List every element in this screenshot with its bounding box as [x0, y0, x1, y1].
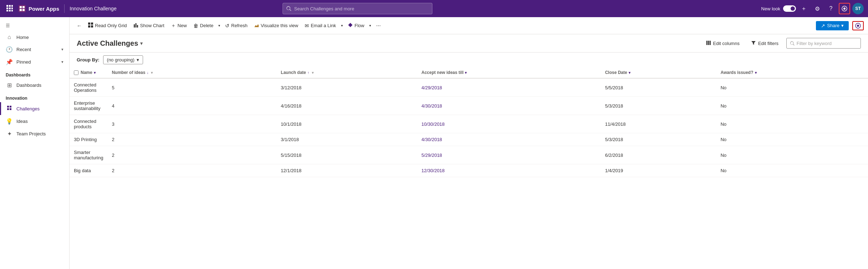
col-header-checkbox[interactable]: Name ▾ — [70, 67, 107, 78]
cell-accept-0: 4/29/2018 — [417, 78, 601, 97]
sidebar-label-challenges: Challenges — [16, 106, 40, 111]
col-header-close[interactable]: Close Date ▾ — [601, 67, 716, 78]
col-header-launch[interactable]: Launch date ↑ ▾ — [276, 67, 417, 78]
copilot-icon-btn[interactable] — [839, 3, 850, 14]
cell-close-3: 5/3/2018 — [601, 133, 716, 146]
refresh-button[interactable]: ↺ Refresh — [222, 21, 250, 30]
cell-launch-3: 3/1/2018 — [276, 133, 417, 146]
sidebar-item-pinned[interactable]: 📌 Pinned ▾ — [0, 56, 69, 68]
more-options-button[interactable]: ··· — [373, 21, 384, 31]
sidebar-item-ideas[interactable]: 💡 Ideas — [0, 115, 69, 128]
filter-icon — [751, 40, 756, 46]
edit-columns-label: Edit columns — [713, 41, 740, 46]
table-row[interactable]: Connected products 3 10/1/2018 10/30/201… — [70, 115, 868, 133]
svg-rect-12 — [88, 23, 90, 25]
recent-icon: 🕐 — [6, 46, 13, 53]
edit-columns-button[interactable]: Edit columns — [702, 39, 743, 48]
visualize-icon — [254, 23, 259, 29]
grid-body: Connected Operations 5 3/12/2018 4/29/20… — [70, 78, 868, 177]
settings-icon-btn[interactable]: ⚙ — [812, 3, 823, 14]
svg-point-11 — [843, 8, 846, 10]
recent-chevron-icon: ▾ — [61, 47, 64, 52]
cell-name-0: Connected Operations — [70, 78, 107, 97]
avatar[interactable]: ST — [852, 3, 864, 14]
share-label: Share — [827, 23, 839, 28]
email-link-button[interactable]: ✉ Email a Link — [302, 21, 339, 30]
refresh-icon: ↺ — [225, 23, 229, 29]
cell-close-2: 11/4/2018 — [601, 115, 716, 133]
table-row[interactable]: Connected Operations 5 3/12/2018 4/29/20… — [70, 78, 868, 97]
groupby-select[interactable]: (no grouping) ▾ — [103, 55, 143, 64]
table-row[interactable]: Enterprise sustainability 4 4/16/2018 4/… — [70, 97, 868, 115]
cell-launch-2: 10/1/2018 — [276, 115, 417, 133]
sidebar-label-recent: Recent — [16, 47, 31, 52]
sidebar-item-recent[interactable]: 🕐 Recent ▾ — [0, 43, 69, 56]
col-header-accept[interactable]: Accept new ideas till ▾ — [417, 67, 601, 78]
home-icon: ⌂ — [6, 34, 13, 40]
cell-ideas-0: 5 — [107, 78, 276, 97]
table-row[interactable]: 3D Printing 2 3/1/2018 4/30/2018 5/3/201… — [70, 133, 868, 146]
new-icon: ＋ — [171, 23, 176, 29]
email-link-chevron-button[interactable]: ▾ — [340, 22, 344, 29]
copilot-toolbar-button[interactable] — [852, 21, 864, 30]
edit-filters-label: Edit filters — [758, 41, 778, 46]
cell-ideas-3: 2 — [107, 133, 276, 146]
search-icon — [286, 6, 291, 11]
filter-search-box[interactable] — [786, 38, 861, 49]
share-button[interactable]: ↗ Share ▾ — [816, 21, 849, 30]
filter-search-input[interactable] — [797, 41, 857, 46]
global-search[interactable] — [283, 3, 432, 14]
select-all-checkbox[interactable] — [74, 70, 78, 75]
new-button[interactable]: ＋ New — [168, 21, 190, 31]
pinned-chevron-icon: ▾ — [61, 60, 64, 64]
cell-launch-5: 12/1/2018 — [276, 164, 417, 177]
read-only-grid-button[interactable]: Read Only Grid — [85, 21, 130, 30]
email-icon: ✉ — [305, 23, 309, 29]
cell-awards-5: No — [716, 164, 868, 177]
edit-filters-button[interactable]: Edit filters — [747, 39, 782, 48]
sidebar-item-challenges[interactable]: Challenges — [0, 102, 69, 115]
table-row[interactable]: Smarter manufacturing 2 5/15/2018 5/29/2… — [70, 146, 868, 164]
cell-close-1: 5/3/2018 — [601, 97, 716, 115]
flow-chevron-button[interactable]: ▾ — [368, 22, 372, 29]
back-button[interactable]: ← — [74, 21, 85, 30]
cell-launch-0: 3/12/2018 — [276, 78, 417, 97]
flow-button[interactable]: Flow — [345, 21, 367, 30]
search-input[interactable] — [294, 6, 429, 11]
app-name: Innovation Challenge — [70, 6, 117, 11]
grid-container: Name ▾ Number of ideas ↓ ▾ — [70, 67, 868, 269]
delete-button[interactable]: 🗑 Delete — [191, 21, 217, 30]
sidebar: ☰ ⌂ Home 🕐 Recent ▾ 📌 Pinned ▾ Dashboard… — [0, 17, 70, 269]
view-title-group: Active Challenges ▾ — [77, 39, 143, 48]
add-icon-btn[interactable]: ＋ — [798, 3, 809, 14]
col-header-ideas[interactable]: Number of ideas ↓ ▾ — [107, 67, 276, 78]
cell-name-5: Big data — [70, 164, 107, 177]
svg-rect-3 — [6, 8, 8, 9]
svg-rect-6 — [6, 10, 8, 11]
challenges-icon — [6, 105, 13, 112]
sidebar-collapse-btn[interactable]: ☰ — [0, 20, 69, 31]
svg-rect-8 — [11, 10, 13, 11]
sidebar-item-team-projects[interactable]: ✦ Team Projects — [0, 128, 69, 140]
cell-ideas-4: 2 — [107, 146, 276, 164]
flow-label: Flow — [355, 23, 364, 28]
visualize-button[interactable]: Visualize this view — [251, 21, 301, 30]
delete-chevron-button[interactable]: ▾ — [217, 22, 222, 29]
table-row[interactable]: Big data 2 12/1/2018 12/30/2018 1/4/2019… — [70, 164, 868, 177]
groupby-row: Group By: (no grouping) ▾ — [70, 53, 868, 67]
help-icon-btn[interactable]: ? — [825, 3, 837, 14]
sidebar-item-dashboards[interactable]: ⊞ Dashboards — [0, 79, 69, 91]
new-look-switch[interactable] — [783, 5, 796, 12]
sidebar-label-dashboards: Dashboards — [16, 83, 41, 88]
svg-rect-2 — [11, 5, 13, 7]
top-nav: Power Apps Innovation Challenge New look… — [0, 0, 868, 17]
view-title-chevron-icon[interactable]: ▾ — [140, 41, 143, 46]
show-chart-button[interactable]: Show Chart — [131, 21, 167, 30]
groupby-label: Group By: — [77, 57, 100, 63]
svg-rect-5 — [11, 8, 13, 9]
ideas-sort-icon: ↓ — [147, 71, 148, 75]
waffle-icon[interactable] — [4, 3, 15, 15]
col-header-awards[interactable]: Awards issued? ▾ — [716, 67, 868, 78]
sidebar-item-home[interactable]: ⌂ Home — [0, 31, 69, 43]
launch-filter-icon: ▾ — [312, 71, 314, 75]
